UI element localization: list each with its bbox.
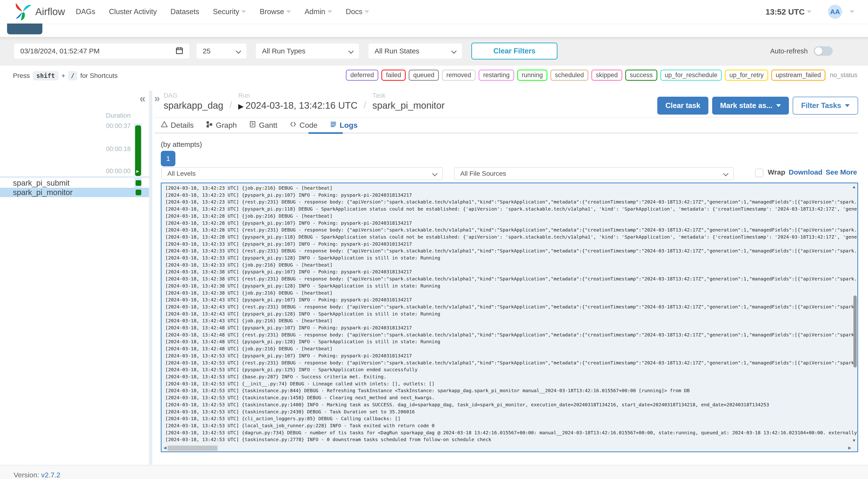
nav-item-security[interactable]: Security: [213, 7, 246, 16]
page-size-select[interactable]: 25: [196, 43, 247, 59]
log-line: [2024-03-18, 13:42:53 UTC] {rest.py:231}…: [165, 359, 858, 366]
nav-item-cluster-activity[interactable]: Cluster Activity: [109, 7, 157, 16]
active-tab-indicator: [308, 132, 343, 134]
clear-task-button[interactable]: Clear task: [657, 97, 708, 115]
tab-graph[interactable]: Graph: [206, 121, 237, 130]
log-line: [2024-03-18, 13:42:48 UTC] {rest.py:231}…: [165, 331, 858, 339]
breadcrumb-run[interactable]: Run ▶2024-03-18, 13:42:16 UTC: [238, 92, 358, 111]
nav-item-admin[interactable]: Admin: [305, 7, 332, 16]
calendar-icon[interactable]: [176, 46, 183, 56]
auto-refresh-toggle[interactable]: [814, 46, 833, 56]
chevron-down-icon: [845, 104, 850, 107]
log-source-select[interactable]: All File Sources: [454, 167, 734, 180]
log-line: [2024-03-18, 13:42:33 UTC] {pyspark_pi.p…: [165, 255, 858, 262]
nav-menu: DAGsCluster ActivityDatasetsSecurityBrow…: [76, 0, 369, 24]
run-value[interactable]: ▶2024-03-18, 13:42:16 UTC: [238, 100, 358, 111]
nav-item-datasets[interactable]: Datasets: [170, 7, 199, 16]
log-line: [2024-03-18, 13:42:48 UTC] {pyspark_pi.p…: [165, 324, 858, 331]
shortcut-plus: +: [61, 72, 65, 79]
task-status-square: [135, 190, 141, 195]
breadcrumb-chevrons-icon[interactable]: »: [154, 92, 160, 104]
panel-divider[interactable]: [149, 91, 152, 465]
breadcrumb-task[interactable]: Task spark_pi_monitor: [372, 92, 445, 111]
version-link[interactable]: v2.7.2: [41, 471, 61, 479]
tab-label: Graph: [216, 121, 237, 130]
status-badge-restarting: restarting: [478, 70, 514, 81]
vertical-scrollbar-thumb[interactable]: [854, 295, 857, 368]
tab-label: Gantt: [259, 121, 277, 130]
chevron-down-icon: [286, 10, 291, 13]
date-filter-value: 03/18/2024, 01:52:47 PM: [20, 47, 100, 55]
log-level-select[interactable]: All Levels: [161, 167, 443, 180]
log-line: [2024-03-18, 13:42:23 UTC] {rest.py:231}…: [165, 198, 858, 205]
scroll-down-icon[interactable]: ▼: [852, 438, 856, 443]
duration-tick: 00:00:18: [106, 146, 131, 153]
chevron-down-icon: [807, 10, 811, 13]
auto-refresh-label: Auto-refresh: [770, 47, 808, 55]
chevron-down-icon: [723, 171, 728, 177]
chevron-down-icon: [241, 10, 246, 13]
wrap-checkbox[interactable]: [755, 169, 764, 177]
clock-dropdown[interactable]: 13:52 UTC: [766, 0, 811, 24]
nav-item-label: Datasets: [170, 7, 199, 16]
filter-bar: 03/18/2024, 01:52:47 PM 25 All Run Types…: [0, 37, 868, 66]
nav-item-dags[interactable]: DAGs: [76, 7, 95, 16]
filter-tasks-button[interactable]: Filter Tasks: [793, 97, 858, 115]
task-actions: Clear task Mark state as... Filter Tasks: [657, 97, 858, 115]
collapse-panel-icon[interactable]: «: [140, 92, 146, 105]
airflow-logo-icon[interactable]: [12, 1, 33, 23]
tab-logs[interactable]: Logs: [330, 121, 358, 130]
clear-filters-button[interactable]: Clear Filters: [471, 42, 557, 60]
version-label: Version:: [14, 471, 39, 479]
log-line: [2024-03-18, 13:42:53 UTC] {__init__.py:…: [165, 380, 858, 387]
avatar[interactable]: AA: [828, 5, 842, 19]
run-types-select[interactable]: All Run Types: [256, 43, 359, 59]
status-badge-queued: queued: [409, 70, 439, 81]
attempt-1-button[interactable]: 1: [161, 151, 176, 166]
tab-gantt[interactable]: Gantt: [249, 121, 277, 130]
log-level-value: All Levels: [167, 170, 196, 178]
status-badge-up_for_reschedule: up_for_reschedule: [660, 70, 722, 81]
tab-code[interactable]: Code: [289, 121, 318, 130]
brand-name[interactable]: Airflow: [35, 0, 65, 24]
download-link[interactable]: Download: [789, 168, 822, 176]
see-more-link[interactable]: See More: [826, 168, 857, 176]
scroll-right-icon[interactable]: ▶: [848, 445, 851, 450]
avatar-initials: AA: [830, 8, 840, 16]
log-line: [2024-03-18, 13:42:23 UTC] {job.py:216} …: [165, 185, 858, 192]
date-filter-input[interactable]: 03/18/2024, 01:52:47 PM: [14, 43, 189, 59]
status-badge-failed: failed: [381, 70, 406, 81]
horizontal-scrollbar-thumb[interactable]: [167, 446, 218, 451]
mark-state-button[interactable]: Mark state as...: [712, 97, 789, 115]
chevron-down-icon[interactable]: [850, 10, 854, 13]
tab-details[interactable]: Details: [161, 121, 194, 130]
breadcrumb-dag[interactable]: DAG sparkapp_dag: [164, 92, 223, 111]
sidebar-item-spark_pi_submit[interactable]: spark_pi_submit: [0, 178, 149, 188]
scroll-left-icon[interactable]: ◀: [163, 445, 166, 450]
task-value[interactable]: spark_pi_monitor: [372, 100, 445, 111]
log-viewer[interactable]: [2024-03-18, 13:42:23 UTC] {job.py:216} …: [161, 183, 858, 452]
shortcut-suffix: for Shortcuts: [80, 72, 118, 79]
run-label: Run: [238, 92, 358, 99]
code-icon: [289, 121, 297, 130]
log-line: [2024-03-18, 13:42:23 UTC] {pyspark_pi.p…: [165, 192, 858, 199]
log-line: [2024-03-18, 13:42:28 UTC] {job.py:216} …: [165, 213, 858, 220]
scroll-up-icon[interactable]: ▲: [852, 185, 856, 189]
sidebar-item-spark_pi_monitor[interactable]: spark_pi_monitor: [0, 188, 149, 197]
nav-item-browse[interactable]: Browse: [260, 7, 291, 16]
task-name: spark_pi_submit: [13, 179, 69, 188]
duration-bar[interactable]: [135, 125, 141, 176]
nav-item-docs[interactable]: Docs: [346, 7, 369, 16]
dag-value[interactable]: sparkapp_dag: [164, 100, 223, 111]
grid-button-partial[interactable]: [7, 24, 42, 34]
tab-bar: DetailsGraphGanttCodeLogs: [161, 121, 358, 130]
status-badge-skipped: skipped: [591, 70, 622, 81]
log-line: [2024-03-18, 13:42:28 UTC] {rest.py:231}…: [165, 227, 858, 234]
run-states-select[interactable]: All Run States: [368, 43, 462, 59]
log-line: [2024-03-18, 13:42:48 UTC] {pyspark_pi.p…: [165, 338, 858, 345]
gantt-icon: [249, 121, 256, 130]
play-icon: ▶: [136, 169, 139, 173]
chevron-down-icon: [328, 10, 332, 13]
logs-icon: [330, 121, 337, 130]
log-line: [2024-03-18, 13:42:53 UTC] {dagrun.py:73…: [165, 429, 858, 437]
